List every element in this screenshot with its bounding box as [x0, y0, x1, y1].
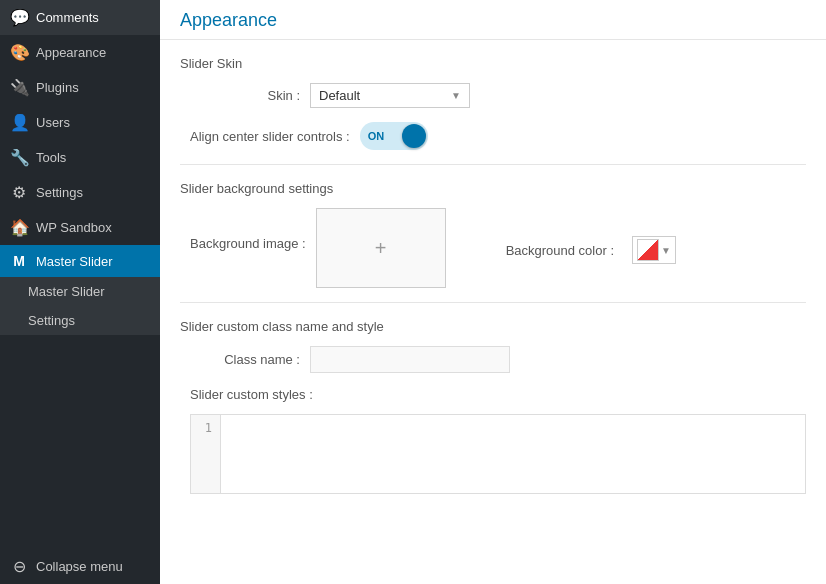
- sidebar-sub-settings[interactable]: Settings: [0, 306, 160, 335]
- sidebar-item-label: Comments: [36, 10, 99, 25]
- color-picker-arrow-icon: ▼: [661, 245, 671, 256]
- skin-row: Skin : Default ▼: [180, 83, 806, 108]
- content-area: Slider Skin Skin : Default ▼ Align cente…: [160, 40, 826, 510]
- classname-label: Class name :: [190, 352, 310, 367]
- page-header: Appearance: [160, 0, 826, 40]
- sidebar-sub-section: Master Slider Settings: [0, 277, 160, 335]
- sidebar-item-label: Master Slider: [36, 254, 113, 269]
- skin-dropdown[interactable]: Default ▼: [310, 83, 470, 108]
- bg-image-upload[interactable]: +: [316, 208, 446, 288]
- bg-settings-row: Background image : + Background color : …: [180, 208, 806, 288]
- collapse-menu-label: Collapse menu: [36, 559, 123, 574]
- tools-icon: 🔧: [10, 148, 28, 167]
- sidebar-item-label: Settings: [36, 185, 83, 200]
- custom-styles-group: Slider custom styles : 1: [180, 387, 806, 494]
- sidebar-item-users[interactable]: 👤 Users: [0, 105, 160, 140]
- bg-color-label: Background color :: [506, 243, 624, 258]
- toggle-circle: [402, 124, 426, 148]
- collapse-icon: ⊖: [10, 557, 28, 576]
- section-divider-1: [180, 164, 806, 165]
- bg-settings-section-title: Slider background settings: [180, 181, 806, 196]
- color-swatch-preview: [637, 239, 659, 261]
- code-editor: 1: [190, 414, 806, 494]
- users-icon: 👤: [10, 113, 28, 132]
- masterslider-icon: M: [10, 253, 28, 269]
- bg-color-picker[interactable]: ▼: [632, 236, 676, 264]
- line-numbers: 1: [191, 415, 221, 493]
- toggle-on-label: ON: [368, 130, 385, 142]
- page-title: Appearance: [180, 10, 806, 31]
- bg-color-group: Background color : ▼: [506, 236, 676, 264]
- align-toggle[interactable]: ON: [360, 122, 428, 150]
- align-label: Align center slider controls :: [190, 129, 360, 144]
- section-divider-2: [180, 302, 806, 303]
- appearance-icon: 🎨: [10, 43, 28, 62]
- settings-icon: ⚙: [10, 183, 28, 202]
- sidebar-item-comments[interactable]: 💬 Comments: [0, 0, 160, 35]
- plugins-icon: 🔌: [10, 78, 28, 97]
- sidebar-item-plugins[interactable]: 🔌 Plugins: [0, 70, 160, 105]
- bg-image-label: Background image :: [190, 236, 316, 251]
- custom-styles-label: Slider custom styles :: [190, 387, 806, 402]
- sidebar-item-label: WP Sandbox: [36, 220, 112, 235]
- sidebar-item-masterslider[interactable]: M Master Slider: [0, 245, 160, 277]
- sidebar-item-label: Plugins: [36, 80, 79, 95]
- custom-class-section-title: Slider custom class name and style: [180, 319, 806, 334]
- align-row: Align center slider controls : ON: [180, 122, 806, 150]
- sidebar: 💬 Comments 🎨 Appearance 🔌 Plugins 👤 User…: [0, 0, 160, 584]
- plus-icon: +: [375, 237, 387, 260]
- sidebar-item-appearance[interactable]: 🎨 Appearance: [0, 35, 160, 70]
- sidebar-item-settings[interactable]: ⚙ Settings: [0, 175, 160, 210]
- slider-skin-section-title: Slider Skin: [180, 56, 806, 71]
- dropdown-arrow-icon: ▼: [451, 90, 461, 101]
- main-content: Appearance Slider Skin Skin : Default ▼ …: [160, 0, 826, 584]
- line-number-1: 1: [199, 421, 212, 435]
- comments-icon: 💬: [10, 8, 28, 27]
- sidebar-item-label: Users: [36, 115, 70, 130]
- skin-value: Default: [319, 88, 360, 103]
- code-input[interactable]: [221, 415, 805, 493]
- bg-image-group: Background image : +: [190, 208, 446, 288]
- sidebar-item-tools[interactable]: 🔧 Tools: [0, 140, 160, 175]
- classname-row: Class name :: [180, 346, 806, 373]
- sidebar-item-label: Appearance: [36, 45, 106, 60]
- classname-input[interactable]: [310, 346, 510, 373]
- skin-label: Skin :: [190, 88, 310, 103]
- sidebar-sub-masterslider[interactable]: Master Slider: [0, 277, 160, 306]
- sidebar-item-wpsandbox[interactable]: 🏠 WP Sandbox: [0, 210, 160, 245]
- wpsandbox-icon: 🏠: [10, 218, 28, 237]
- collapse-menu-button[interactable]: ⊖ Collapse menu: [0, 549, 160, 584]
- sidebar-item-label: Tools: [36, 150, 66, 165]
